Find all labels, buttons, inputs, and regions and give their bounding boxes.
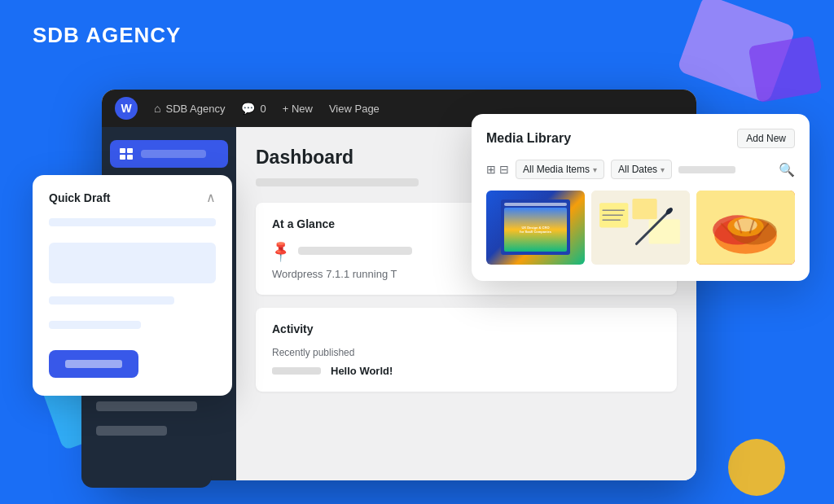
media-thumb-3[interactable]: [696, 191, 795, 265]
media-library-add-new-button[interactable]: Add New: [737, 129, 795, 148]
media-thumb-1[interactable]: UX Design & CROfor SaaS Companies: [486, 191, 585, 265]
quick-draft-collapse-icon[interactable]: ∧: [206, 190, 216, 205]
media-library-panel: Media Library Add New ⊞ ⊟ All Media Item…: [472, 114, 810, 281]
quick-draft-panel: Quick Draft ∧: [33, 175, 232, 396]
admin-bar-site-name[interactable]: ⌂ SDB Agency: [154, 102, 225, 115]
dark-panel-line-2: [96, 426, 167, 436]
list-view-icon[interactable]: ⊟: [499, 163, 509, 176]
recently-published-label: Recently published: [272, 347, 661, 358]
bg-decoration-yellow-circle: [728, 439, 785, 496]
activity-post-title: Hello World!: [331, 365, 393, 377]
quick-draft-header: Quick Draft ∧: [49, 190, 216, 205]
hands-image: [696, 191, 795, 265]
ml-filter-dates-select[interactable]: All Dates ▾: [611, 160, 672, 179]
grid-view-icon[interactable]: ⊞: [486, 163, 496, 176]
media-thumb-2[interactable]: [591, 191, 690, 265]
search-icon[interactable]: 🔍: [779, 162, 795, 177]
home-icon: ⌂: [154, 102, 160, 115]
chevron-down-icon: ▾: [593, 165, 597, 174]
sidebar-item-dashboard[interactable]: [110, 140, 228, 168]
icon-dot-3: [120, 155, 125, 160]
activity-post-row: Hello World!: [272, 365, 661, 377]
admin-bar-view-page[interactable]: View Page: [329, 103, 380, 115]
media-library-toolbar: ⊞ ⊟ All Media Items ▾ All Dates ▾ 🔍: [486, 160, 795, 179]
thumb-1-content: UX Design & CROfor SaaS Companies: [504, 208, 567, 252]
save-draft-label-placeholder: [65, 360, 122, 368]
thumb-1-caption: UX Design & CROfor SaaS Companies: [520, 226, 551, 234]
icon-dot-2: [127, 148, 133, 153]
quick-draft-title: Quick Draft: [49, 191, 110, 204]
quick-draft-subtitle-placeholder2: [49, 321, 141, 329]
svg-rect-2: [632, 199, 656, 219]
activity-widget: Activity Recently published Hello World!: [256, 308, 677, 392]
quick-draft-title-field[interactable]: [49, 218, 216, 226]
chevron-down-icon-2: ▾: [661, 165, 665, 174]
ml-search-placeholder: [678, 166, 735, 173]
new-label: + New: [283, 103, 313, 115]
bg-decoration-purple-small: [748, 36, 823, 103]
thumb-1-top-bar: [504, 203, 567, 206]
admin-bar-site-label: SDB Agency: [165, 103, 225, 115]
admin-bar-new[interactable]: + New: [283, 103, 313, 115]
admin-bar-comments[interactable]: 💬 0: [241, 102, 266, 115]
ml-filter-type-select[interactable]: All Media Items ▾: [516, 160, 604, 179]
svg-rect-3: [649, 219, 680, 243]
dashboard-icon: [120, 148, 133, 160]
whiteboard-image: [591, 191, 690, 265]
wp-logo[interactable]: W: [115, 97, 138, 120]
activity-title: Activity: [272, 322, 661, 335]
quick-draft-content-field[interactable]: [49, 243, 216, 283]
site-title: SDB AGENCY: [33, 23, 181, 48]
view-page-label: View Page: [329, 103, 380, 115]
welcome-bar-placeholder: [256, 178, 419, 186]
ml-view-toggle[interactable]: ⊞ ⊟: [486, 163, 509, 176]
glance-placeholder: [298, 247, 412, 255]
ml-filter-dates-label: All Dates: [618, 164, 657, 175]
admin-bar-comments-count: 0: [260, 103, 266, 115]
activity-date-placeholder: [272, 367, 321, 375]
pin-icon: 📌: [268, 238, 293, 263]
dark-panel-line-1: [96, 401, 197, 411]
media-library-grid: UX Design & CROfor SaaS Companies: [486, 191, 795, 265]
quick-draft-subtitle-placeholder: [49, 296, 174, 305]
comments-icon: 💬: [241, 102, 255, 115]
media-library-header: Media Library Add New: [486, 129, 795, 148]
icon-dot-1: [120, 148, 125, 153]
icon-dot-4: [127, 155, 133, 160]
sidebar-item-label: [141, 150, 206, 158]
quick-draft-save-button[interactable]: [49, 350, 138, 378]
media-library-title: Media Library: [486, 131, 571, 146]
ml-filter-type-label: All Media Items: [523, 164, 590, 175]
thumb-1-mockup: UX Design & CROfor SaaS Companies: [501, 199, 570, 255]
